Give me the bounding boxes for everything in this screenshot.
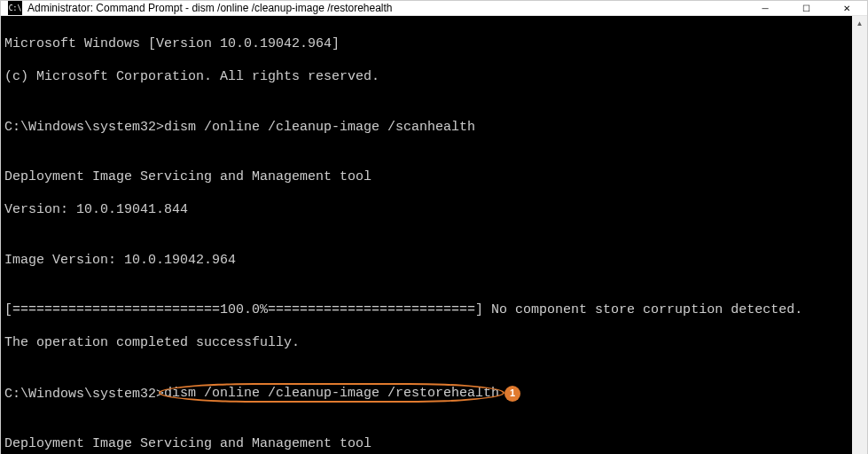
output-line: Deployment Image Servicing and Managemen… (4, 169, 848, 186)
maximize-button[interactable]: ☐ (786, 1, 826, 15)
window-controls: ─ ☐ ✕ (745, 1, 867, 15)
output-line: (c) Microsoft Corporation. All rights re… (4, 69, 848, 86)
vertical-scrollbar[interactable]: ▲ ▼ (852, 16, 867, 454)
prompt: C:\Windows\system32> (4, 386, 164, 401)
callout-badge: 1 (504, 386, 520, 402)
minimize-button[interactable]: ─ (745, 1, 786, 15)
scrollbar-up-arrow-icon[interactable]: ▲ (852, 16, 867, 31)
command-text: dism /online /cleanup-image /restoreheal… (164, 386, 499, 401)
window-title: Administrator: Command Prompt - dism /on… (27, 2, 745, 14)
command-text: dism /online /cleanup-image /scanhealth (164, 120, 475, 135)
terminal-output[interactable]: Microsoft Windows [Version 10.0.19042.96… (1, 16, 852, 454)
output-line: Microsoft Windows [Version 10.0.19042.96… (4, 36, 848, 53)
highlighted-command: dism /online /cleanup-image /restoreheal… (164, 386, 499, 401)
command-line: C:\Windows\system32>dism /online /cleanu… (4, 120, 848, 137)
scrollbar-track[interactable] (852, 31, 867, 454)
output-line: The operation completed successfully. (4, 335, 848, 352)
output-line: Image Version: 10.0.19042.964 (4, 253, 848, 270)
titlebar[interactable]: C:\ Administrator: Command Prompt - dism… (1, 1, 867, 16)
command-prompt-window: C:\ Administrator: Command Prompt - dism… (0, 0, 868, 454)
terminal-container: Microsoft Windows [Version 10.0.19042.96… (1, 16, 867, 454)
output-line: Version: 10.0.19041.844 (4, 202, 848, 219)
command-line: C:\Windows\system32>dism /online /cleanu… (4, 386, 848, 403)
output-line: [==========================100.0%=======… (4, 302, 848, 319)
cmd-icon: C:\ (8, 1, 22, 15)
output-line: Deployment Image Servicing and Managemen… (4, 436, 848, 453)
close-button[interactable]: ✕ (826, 1, 867, 15)
prompt: C:\Windows\system32> (4, 120, 164, 135)
